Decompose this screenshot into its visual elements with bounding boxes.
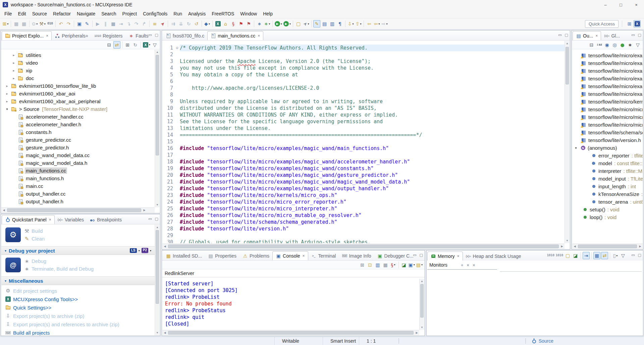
minimize-window-button[interactable]: – (598, 0, 613, 9)
link-to-debug-context-button[interactable]: ⇥ (583, 252, 590, 259)
menu-search[interactable]: Search (98, 10, 119, 17)
expand-arrow-icon[interactable]: ▸ (11, 69, 16, 72)
tree-item-utilities[interactable]: ▸utilities (1, 51, 155, 59)
code-text[interactable]: See the License for the specific languag… (180, 118, 565, 125)
quickstart-tab-quickstart-panel[interactable]: Quickstart Panel× (2, 215, 55, 224)
console-tab-image-info[interactable]: 010Image Info (339, 251, 374, 260)
quickstart-action-debug[interactable]: ∗Debug (24, 258, 94, 264)
project-tree-vscrollbar[interactable]: ▲ ▼ (155, 50, 160, 207)
menu-refactor[interactable]: Refactor (50, 10, 74, 17)
outline-item-tensorflow-lite-micro-micro-er[interactable]: tensorflow/lite/micro/micro_error_report… (572, 106, 643, 113)
scroll-right-icon[interactable]: ▶ (142, 208, 147, 213)
line-number[interactable]: 6 (162, 78, 174, 85)
menu-help[interactable]: Help (260, 10, 276, 17)
expand-arrow-icon[interactable]: ▾ (5, 107, 9, 111)
project-tree-hscrollbar[interactable]: ◀ ▶ (1, 207, 155, 213)
code-text[interactable]: #include "tensorflow/lite/micro/examples… (180, 145, 565, 152)
outline-item-tensorflow-lite-micro-kernels[interactable]: tensorflow/lite/micro/kernels/micro_ops.… (572, 98, 643, 106)
editor-tab-fxos8700-fifo-c[interactable]: fxos8700_fifo.c (163, 31, 207, 40)
line-number[interactable]: 8 (162, 91, 174, 98)
word-wrap-button[interactable]: ▥ (374, 261, 381, 269)
code-text[interactable]: Licensed under the Apache License, Versi… (180, 58, 565, 65)
line-number[interactable]: 22 (162, 185, 174, 192)
open-console-button[interactable]: ▣ (76, 20, 83, 27)
line-number[interactable]: 13 (162, 125, 174, 132)
scroll-up-icon[interactable]: ▲ (420, 279, 424, 284)
close-tab-icon[interactable]: × (258, 33, 260, 38)
console-tab-terminal[interactable]: >_Terminal (308, 251, 339, 260)
outline-item-anonymous[interactable]: ▾N(anonymous) (572, 144, 643, 152)
scroll-right-icon[interactable]: ▶ (414, 330, 419, 336)
tree-item-magic-wand-model-data-h[interactable]: magic_wand_model_data.h (1, 159, 155, 167)
tree-item-gesture-predictor-h[interactable]: gesture_predictor.h (1, 144, 155, 151)
scroll-down-icon[interactable]: ▼ (420, 325, 424, 330)
code-text[interactable] (180, 152, 565, 158)
profiles-button[interactable]: ◆▾ (204, 20, 211, 27)
scroll-down-icon[interactable]: ▼ (155, 202, 160, 207)
debug-section-header[interactable]: ▾ Debug your project LS ▾ P2 ▾ (1, 246, 155, 255)
hide-non-public-button[interactable]: ● (619, 41, 626, 49)
run-button[interactable]: ▶▾ (274, 20, 282, 27)
scroll-down-icon[interactable]: ▼ (565, 238, 570, 243)
collapse-section-icon[interactable]: ▾ (5, 249, 6, 253)
line-number[interactable]: 15 (162, 138, 174, 145)
quickstart-action-mcuxpresso-config-tools[interactable]: XMCUXpresso Config Tools>> (5, 295, 155, 303)
tree-item-output-handler-cc[interactable]: output_handler.cc (1, 190, 155, 198)
skip-breakpoints-button[interactable]: ⊙▾ (31, 20, 38, 27)
tree-item-evkmimxrt1060-xbar-aoi-peripheral[interactable]: ▸evkmimxrt1060_xbar_aoi_peripheral (1, 97, 155, 105)
outline-tab-gl[interactable]: (x)=Gl... (601, 31, 623, 40)
mark-occurrences-button[interactable]: ✎ (313, 20, 320, 27)
line-number[interactable]: 9 (162, 98, 174, 105)
code-text[interactable]: limitations under the License. (180, 125, 565, 132)
refresh-button[interactable]: ↻ (132, 41, 139, 49)
outline-item-model[interactable]: cmodel : const tflite::Model* (572, 159, 643, 167)
code-text[interactable]: distributed under the License is distrib… (180, 105, 565, 112)
link-console-button[interactable]: §▾ (390, 261, 397, 269)
open-console-button[interactable]: ▤▾ (416, 261, 423, 269)
outline-hscrollbar[interactable]: ◀ ▶ (572, 244, 643, 249)
code-text[interactable]: #include "tensorflow/lite/micro/examples… (180, 179, 565, 185)
quickstart-action-build[interactable]: ⚒Build (24, 228, 45, 234)
line-number[interactable]: 12 (162, 118, 174, 125)
pin-memory-button[interactable]: ◪ (572, 252, 579, 259)
hide-inactive-button[interactable]: ∗ (627, 41, 634, 49)
tree-item-main-cc[interactable]: main.cc (1, 182, 155, 190)
menu-window[interactable]: Window (237, 10, 260, 17)
quickstart-action-build-all-projects[interactable]: 010Build all projects (5, 329, 155, 335)
annotate-button[interactable]: ✎ (84, 20, 91, 27)
scroll-left-icon[interactable]: ◀ (162, 330, 167, 336)
quickstart-action-export-project-s-to-archive-zip[interactable]: ⇩Export project(s) to archive (zip) (5, 312, 155, 320)
minimize-view-icon[interactable]: ▭ (148, 33, 152, 37)
line-number[interactable]: 18 (162, 158, 174, 165)
code-text[interactable]: #include "tensorflow/lite/micro/micro_in… (180, 205, 565, 212)
source-status-label[interactable]: Source (539, 338, 553, 344)
develop-perspective-button[interactable]: X (634, 20, 641, 27)
console-tab-properties[interactable]: ▤Properties (205, 251, 239, 260)
back-button[interactable]: ⇦▾ (373, 20, 380, 27)
jlink-button[interactable]: ⚑ (237, 20, 245, 27)
scroll-up-icon[interactable]: ▲ (155, 225, 160, 230)
code-text[interactable]: #include "tensorflow/lite/version.h" (180, 225, 565, 232)
outline-item-tensor-arena[interactable]: tensor_arena : uint8_t[kTensorArenaSize] (572, 198, 643, 206)
tree-item-video[interactable]: ▸video (1, 59, 155, 67)
code-text[interactable]: #include "tensorflow/lite/micro/kernels/… (180, 192, 565, 199)
suspend-button[interactable]: ∥ (102, 20, 109, 27)
memory-tab-heap-and-stack-usage[interactable]: (x)=Heap and Stack Usage (463, 252, 524, 261)
quickstart-action-quick-settings[interactable]: Quick Settings>> (5, 304, 155, 311)
scroll-right-icon[interactable]: ▶ (638, 244, 643, 249)
scroll-left-icon[interactable]: ◀ (162, 244, 167, 249)
outline-item-model-input[interactable]: model_input : TfLiteTensor* (572, 175, 643, 183)
outline-item-tensorflow-lite-micro-examples[interactable]: tensorflow/lite/micro/examples/magic_wan… (572, 90, 643, 98)
config-tools-button[interactable]: X (214, 20, 221, 27)
code-text[interactable]: #include "tensorflow/lite/micro/examples… (180, 172, 565, 179)
remove-monitor-button[interactable]: × (473, 263, 475, 268)
explorer-tab-faults[interactable]: ∗Faults (125, 31, 151, 40)
instruction-stepping-button[interactable]: ≡ (151, 20, 158, 27)
debug-green-button[interactable]: ∗▾ (264, 20, 271, 27)
probe-discovery-button[interactable]: ⚑ (245, 20, 252, 27)
code-text[interactable]: #include "tensorflow/lite/micro/examples… (180, 165, 565, 172)
outline-item-tensorflow-lite-micro-micro-in[interactable]: tensorflow/lite/micro/micro_interpreter.… (572, 113, 643, 121)
line-number[interactable]: 16 (162, 145, 174, 152)
line-number[interactable]: 3 (162, 58, 174, 65)
code-text[interactable]: #include "tensorflow/lite/micro/examples… (180, 158, 565, 165)
